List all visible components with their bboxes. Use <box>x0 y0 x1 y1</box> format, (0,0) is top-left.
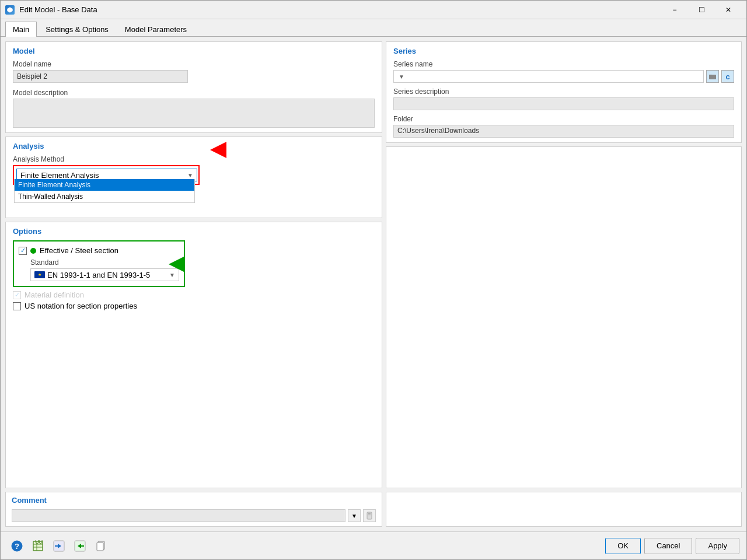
eu-flag-icon: ★ <box>34 271 45 278</box>
tab-settings[interactable]: Settings & Options <box>38 22 116 37</box>
standard-dropdown-arrow-icon: ▼ <box>169 272 175 278</box>
series-combo-arrow-icon: ▼ <box>396 74 407 80</box>
arrow-right-button[interactable] <box>50 537 68 555</box>
close-button[interactable]: ✕ <box>715 1 742 19</box>
series-name-label: Series name <box>393 60 734 68</box>
svg-rect-19 <box>81 545 84 547</box>
comment-section: Comment ▼ <box>5 492 382 527</box>
svg-rect-1 <box>709 75 716 79</box>
model-description-input[interactable] <box>13 99 375 128</box>
series-description-input[interactable] <box>393 97 734 110</box>
analysis-method-selected: Finite Element Analysis <box>20 171 99 180</box>
comment-right-area <box>386 492 742 527</box>
main-content: Model Model name Model description Analy… <box>1 37 746 531</box>
material-definition-row: ✓ Material definition <box>13 290 375 299</box>
left-panel: Model Model name Model description Analy… <box>5 41 382 488</box>
series-section-title: Series <box>393 47 734 55</box>
help-icon: ? <box>11 540 23 552</box>
green-arrow-container <box>169 256 185 272</box>
minimize-button[interactable]: − <box>661 1 688 19</box>
dropdown-item-fea[interactable]: Finite Element Analysis <box>15 179 194 191</box>
tab-main[interactable]: Main <box>5 22 37 37</box>
red-arrow-icon <box>210 142 226 158</box>
cancel-button[interactable]: Cancel <box>644 538 692 554</box>
import-icon <box>74 540 86 552</box>
right-empty-area <box>386 146 742 488</box>
material-check-icon: ✓ <box>15 291 20 299</box>
us-notation-label: US notation for section properties <box>25 302 137 310</box>
right-panel: Series Series name ▼ c Series descripti <box>386 41 742 488</box>
dropdown-arrow-icon: ▼ <box>187 172 193 178</box>
effective-steel-row: ✓ Effective / Steel section <box>19 246 179 255</box>
svg-text:?: ? <box>15 542 19 551</box>
green-arrow-icon <box>169 256 185 272</box>
options-box: ✓ Effective / Steel section Standard ★ E… <box>13 240 185 287</box>
comment-input-row: ▼ <box>12 509 376 522</box>
table-icon: 00 <box>32 540 44 552</box>
copy-icon <box>95 540 107 552</box>
paste-icon <box>365 512 374 520</box>
import-button[interactable] <box>71 537 89 555</box>
comment-text-input[interactable] <box>12 509 345 522</box>
export-icon <box>53 540 65 552</box>
material-definition-label: Material definition <box>25 290 84 299</box>
standard-dropdown[interactable]: ★ EN 1993-1-1 and EN 1993-1-5 ▼ <box>30 268 179 281</box>
green-dot-icon <box>30 248 36 254</box>
series-section: Series Series name ▼ c Series descripti <box>386 41 742 143</box>
effective-steel-label: Effective / Steel section <box>40 246 118 255</box>
series-refresh-button[interactable]: c <box>721 70 734 83</box>
material-definition-checkbox[interactable]: ✓ <box>13 291 21 299</box>
svg-rect-4 <box>368 514 371 515</box>
table-button[interactable]: 00 <box>29 537 47 555</box>
apply-button[interactable]: Apply <box>696 538 739 554</box>
help-button[interactable]: ? <box>8 537 26 555</box>
maximize-button[interactable]: ☐ <box>688 1 715 19</box>
svg-rect-21 <box>97 542 103 551</box>
ok-button[interactable]: OK <box>605 538 641 554</box>
model-description-label: Model description <box>13 89 375 97</box>
svg-rect-16 <box>55 545 58 547</box>
analysis-section-title: Analysis <box>13 142 375 150</box>
tab-parameters[interactable]: Model Parameters <box>117 22 194 37</box>
svg-rect-3 <box>368 513 371 514</box>
model-section: Model Model name Model description <box>5 41 382 133</box>
analysis-dropdown-list: Finite Element Analysis Thin-Walled Anal… <box>14 179 195 203</box>
red-arrow-container <box>210 142 226 158</box>
titlebar-left: Edit Model - Base Data <box>5 5 97 15</box>
comment-paste-button[interactable] <box>363 509 376 522</box>
effective-steel-checkbox[interactable]: ✓ <box>19 247 27 255</box>
standard-label: Standard <box>30 258 179 267</box>
check-mark-icon: ✓ <box>20 247 26 254</box>
analysis-method-box: Finite Element Analysis ▼ Finite Element… <box>13 165 200 185</box>
app-icon <box>5 5 15 15</box>
series-name-row: ▼ c <box>393 70 734 83</box>
model-name-label: Model name <box>13 60 375 68</box>
dropdown-item-twa[interactable]: Thin-Walled Analysis <box>15 191 194 202</box>
comment-row: Comment ▼ <box>5 492 742 527</box>
bottom-icon-bar: ? 00 <box>8 537 110 555</box>
analysis-section: Analysis Analysis Method Finite Element … <box>5 136 382 218</box>
folder-icon <box>708 72 717 80</box>
series-description-label: Series description <box>393 88 734 96</box>
analysis-method-label: Analysis Method <box>13 155 375 163</box>
comment-dropdown-button[interactable]: ▼ <box>348 509 361 522</box>
standard-value: EN 1993-1-1 and EN 1993-1-5 <box>47 271 150 279</box>
model-section-title: Model <box>13 47 375 55</box>
model-name-input[interactable] <box>13 70 188 83</box>
us-notation-checkbox[interactable] <box>13 302 21 310</box>
series-browse-button[interactable] <box>706 70 719 83</box>
options-section-title: Options <box>13 227 375 236</box>
bottom-bar: ? 00 OK Cancel Apply <box>1 531 746 559</box>
folder-label: Folder <box>393 115 734 123</box>
folder-value: C:\Users\Irena\Downloads <box>393 125 734 138</box>
tab-bar: Main Settings & Options Model Parameters <box>1 19 746 37</box>
svg-rect-5 <box>368 516 371 516</box>
svg-text:0: 0 <box>39 540 43 545</box>
series-name-combo[interactable]: ▼ <box>393 70 704 83</box>
window-title: Edit Model - Base Data <box>19 5 97 14</box>
us-notation-row: US notation for section properties <box>13 302 375 310</box>
window-controls: − ☐ ✕ <box>661 1 742 19</box>
bottom-action-buttons: OK Cancel Apply <box>605 538 739 554</box>
copy-button[interactable] <box>92 537 110 555</box>
titlebar: Edit Model - Base Data − ☐ ✕ <box>1 1 746 19</box>
